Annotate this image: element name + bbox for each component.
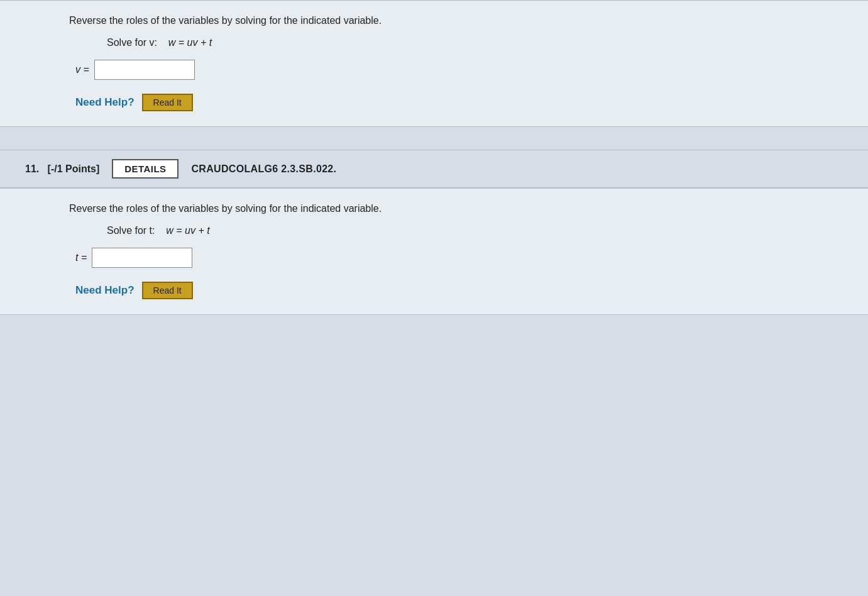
top-need-help-row: Need Help? Read It <box>75 94 799 111</box>
top-equation: w = uv + t <box>168 37 212 48</box>
problem11-number: 11. [-/1 Points] <box>25 163 99 175</box>
top-problem-card: Reverse the roles of the variables by so… <box>0 0 868 127</box>
problem11-answer-row: t = <box>75 248 799 268</box>
problem11-solve-for-label: Solve for t: <box>107 225 155 236</box>
top-answer-input[interactable] <box>94 60 195 80</box>
problem11-read-it-button[interactable]: Read It <box>142 282 193 299</box>
top-solve-for-label: Solve for v: <box>107 37 157 48</box>
problem11-equation: w = uv + t <box>166 225 209 236</box>
problem11-card: Reverse the roles of the variables by so… <box>0 188 868 315</box>
top-need-help-label: Need Help? <box>75 96 135 109</box>
top-variable-label: v = <box>75 64 89 75</box>
top-instruction: Reverse the roles of the variables by so… <box>69 13 799 28</box>
top-read-it-button[interactable]: Read It <box>142 94 193 111</box>
problem11-need-help-row: Need Help? Read It <box>75 282 799 299</box>
problem11-solve-for-line: Solve for t: w = uv + t <box>107 225 799 236</box>
problem11-need-help-label: Need Help? <box>75 284 135 297</box>
problem11-header: 11. [-/1 Points] DETAILS CRAUDCOLALG6 2.… <box>0 150 868 188</box>
problem11-instruction: Reverse the roles of the variables by so… <box>69 201 799 216</box>
top-answer-row: v = <box>75 60 799 80</box>
problem11-variable-label: t = <box>75 252 87 263</box>
problem11-details-button[interactable]: DETAILS <box>112 159 179 179</box>
problem11-code: CRAUDCOLALG6 2.3.SB.022. <box>191 163 336 175</box>
problem11-answer-input[interactable] <box>92 248 192 268</box>
top-solve-for-line: Solve for v: w = uv + t <box>107 37 799 48</box>
spacer-between-problems <box>0 127 868 150</box>
